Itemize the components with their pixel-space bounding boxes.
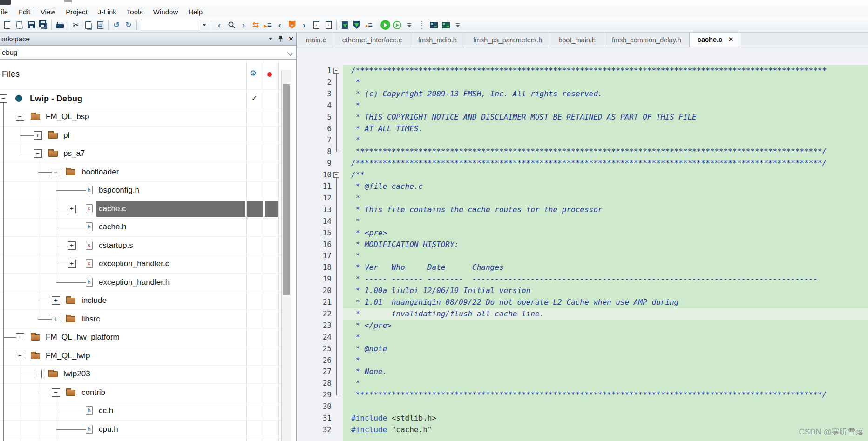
tab-close-icon[interactable]: × [729, 36, 733, 43]
tab-ethernet-interface-c[interactable]: ethernet_interface.c [334, 33, 410, 47]
tree-item-fm-ql-lwip[interactable]: FM_QL_lwip [46, 351, 90, 361]
expand-toggle[interactable]: + [52, 315, 60, 323]
copy-icon[interactable] [82, 19, 94, 31]
workspace-dropdown-icon[interactable] [265, 34, 276, 44]
menu-item-j-link[interactable]: J-Link [93, 7, 122, 17]
make-list-icon[interactable]: ●≡ [363, 19, 375, 31]
print-icon[interactable] [54, 19, 66, 31]
board-rebuild-icon[interactable] [440, 19, 452, 31]
search-forward-icon[interactable]: › [237, 19, 250, 31]
board-make-icon[interactable] [427, 19, 440, 31]
menu-item-view[interactable]: View [35, 7, 61, 17]
pin-icon[interactable] [276, 34, 286, 44]
collapse-toggle[interactable]: − [52, 168, 60, 176]
collapse-toggle[interactable]: − [34, 149, 42, 158]
next-bookmark-icon[interactable]: › [298, 19, 310, 31]
tab-main-c[interactable]: main.c [298, 33, 334, 47]
tree-item-exception-handler-h[interactable]: exception_handler.h [99, 277, 170, 287]
collapse-toggle[interactable]: − [16, 113, 24, 121]
tree-item-ps-a7[interactable]: ps_a7 [63, 148, 85, 159]
next-doc-icon[interactable]: › [322, 19, 334, 31]
tree-item-bootloader[interactable]: bootloader [81, 167, 119, 177]
tree-item-exception-handler-c[interactable]: exception_handler.c [99, 259, 169, 269]
download-flash-icon[interactable] [351, 19, 363, 31]
open-file-icon[interactable] [13, 19, 25, 31]
expand-toggle[interactable]: + [68, 205, 76, 213]
close-panel-icon[interactable]: × [286, 34, 296, 44]
cut-icon[interactable]: ✂ [70, 19, 82, 31]
save-all-icon[interactable] [37, 19, 49, 31]
fold-collapse-icon[interactable]: − [333, 68, 339, 74]
line-number: 1 [298, 65, 332, 77]
tree-item-lwip203[interactable]: lwip203 [63, 369, 90, 379]
fold-collapse-icon[interactable]: − [333, 172, 339, 178]
paste-icon[interactable]: ▭ [94, 19, 106, 31]
menu-item-ile[interactable]: ile [0, 7, 13, 17]
debug-without-download-icon[interactable] [391, 19, 403, 31]
bookmark-list-icon[interactable]: ▶≡ [262, 19, 274, 31]
tree-guide-line [20, 154, 34, 154]
tree-item-fm-ql-hw-platform[interactable]: FM_QL_hw_platform [46, 332, 120, 342]
file-icon-h: h [86, 406, 93, 415]
tree-item-pl[interactable]: pl [63, 130, 69, 140]
tab-fmsh-ps-parameters-h[interactable]: fmsh_ps_parameters.h [465, 33, 550, 47]
tab-cache-c[interactable]: cache.c× [690, 33, 742, 47]
collapse-toggle[interactable]: − [16, 352, 24, 360]
menu-item-edit[interactable]: Edit [13, 7, 35, 17]
tree-item-cache-h[interactable]: cache.h [99, 222, 127, 232]
tree-item-lwip-debug[interactable]: Lwip - Debug [30, 94, 82, 104]
collapse-toggle[interactable]: − [0, 94, 7, 103]
config-dropdown[interactable]: ebug [0, 46, 296, 60]
tree-item-fm-ql-bsp[interactable]: FM_QL_bsp [46, 112, 89, 122]
toggle-bookmark-icon[interactable]: + [286, 19, 298, 31]
workspace-panel-title: orkspace [0, 35, 265, 43]
save-icon[interactable] [25, 19, 37, 31]
expand-toggle[interactable]: + [34, 131, 42, 140]
code-line: * [351, 332, 360, 343]
new-file-icon[interactable] [1, 19, 13, 31]
tree-item-cc-h[interactable]: cc.h [99, 406, 113, 416]
tree-item-bspconfig-h[interactable]: bspconfig.h [99, 185, 139, 195]
line-number: 13 [298, 204, 332, 216]
menu-item-tools[interactable]: Tools [122, 7, 148, 17]
tab-boot-main-h[interactable]: boot_main.h [550, 33, 604, 47]
expand-toggle[interactable]: + [68, 241, 76, 250]
toolbar-overflow-icon[interactable] [403, 19, 415, 31]
line-number: 9 [298, 158, 332, 169]
toolbar-search-input[interactable] [141, 20, 200, 30]
undo-icon[interactable]: ↺ [110, 19, 122, 31]
tree-item-cstartup-s[interactable]: cstartup.s [99, 241, 133, 251]
search-icon[interactable] [225, 19, 237, 31]
gear-icon[interactable]: ⚙ [250, 68, 257, 78]
code-line: * invalidating/flush all cache line. [351, 308, 544, 320]
tree-scrollbar[interactable] [281, 70, 291, 441]
menu-item-project[interactable]: Project [61, 7, 93, 17]
collapse-toggle[interactable]: − [34, 370, 42, 378]
tree-item-libsrc[interactable]: libsrc [81, 314, 100, 324]
collapse-toggle[interactable]: − [52, 388, 60, 397]
toolbar-search-dropdown-icon[interactable] [201, 20, 208, 30]
code-editor[interactable]: 1/**************************************… [298, 47, 868, 441]
redo-icon[interactable]: ↻ [122, 19, 135, 31]
prev-bookmark-icon[interactable]: ‹ [274, 19, 286, 31]
search-back-icon[interactable]: ‹ [213, 19, 225, 31]
drag-handle-icon[interactable] [415, 19, 427, 31]
tree-item-cpu-h[interactable]: cpu.h [99, 424, 118, 434]
menu-item-window[interactable]: Window [148, 7, 183, 17]
download-file-icon[interactable] [339, 19, 351, 31]
tree-item-include[interactable]: include [81, 295, 107, 306]
swap-arrows-icon[interactable]: ⇆ [250, 19, 262, 31]
download-and-debug-icon[interactable] [379, 19, 391, 31]
prev-doc-icon[interactable]: ‹ [310, 19, 322, 31]
menu-item-help[interactable]: Help [183, 7, 208, 17]
expand-toggle[interactable]: + [68, 260, 76, 268]
config-dropdown-value: ebug [0, 48, 284, 56]
toolbar-overflow2-icon[interactable] [452, 19, 464, 31]
tab-fmsh-mdio-h[interactable]: fmsh_mdio.h [410, 33, 465, 47]
tree-item-contrib[interactable]: contrib [81, 388, 105, 398]
expand-toggle[interactable]: + [16, 333, 24, 341]
tab-fmsh-common-delay-h[interactable]: fmsh_common_delay.h [604, 33, 690, 47]
expand-toggle[interactable]: + [52, 296, 60, 305]
tree-scrollbar-thumb[interactable] [283, 84, 290, 295]
tree-item-cache-c[interactable]: cache.c [99, 204, 126, 214]
